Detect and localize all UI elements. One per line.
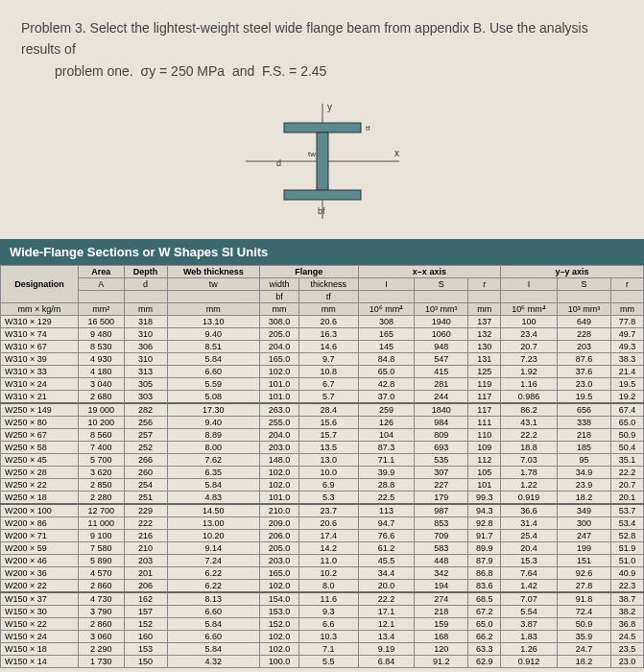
cell-rx: 94.3 bbox=[468, 504, 501, 517]
cell-d: W200 × 36 bbox=[1, 567, 79, 580]
unit-ry: mm bbox=[610, 303, 643, 316]
table-row: W250 × 8010 2002569.40255.015.6126984111… bbox=[1, 417, 644, 429]
cell-A: 4 180 bbox=[78, 366, 124, 378]
cell-Ix: 65.0 bbox=[358, 366, 415, 378]
cell-dep: 266 bbox=[124, 454, 167, 467]
cell-A: 3 790 bbox=[78, 606, 124, 618]
table-row: W310 × 394 9303105.84165.09.784.85471317… bbox=[1, 353, 644, 366]
cell-ry: 51.9 bbox=[610, 542, 643, 555]
cell-dep: 157 bbox=[124, 606, 167, 618]
hdr-Sy: S bbox=[558, 278, 611, 291]
hdr-thickness: thickness bbox=[298, 278, 358, 291]
cell-dep: 303 bbox=[124, 391, 167, 404]
svg-rect-3 bbox=[317, 132, 328, 190]
cell-d: W200 × 86 bbox=[1, 517, 79, 530]
cell-rx: 112 bbox=[468, 454, 501, 467]
cell-Sy: 338 bbox=[558, 417, 611, 429]
tw-label: tw bbox=[308, 150, 316, 158]
cell-tw: 8.13 bbox=[167, 592, 260, 606]
cell-Sx: 984 bbox=[415, 417, 468, 429]
cell-d: W150 × 37 bbox=[1, 592, 79, 606]
cell-d: W200 × 59 bbox=[1, 542, 79, 555]
cell-rx: 89.9 bbox=[468, 542, 501, 555]
cell-tf: 23.7 bbox=[298, 504, 358, 517]
cell-tf: 8.0 bbox=[298, 580, 358, 593]
cell-tw: 17.30 bbox=[167, 403, 260, 417]
cell-tf: 20.6 bbox=[298, 316, 358, 328]
cell-d: W250 × 22 bbox=[1, 479, 79, 492]
cell-tf: 6.9 bbox=[298, 479, 358, 492]
table-row: W200 × 10012 70022914.50210.023.71139879… bbox=[1, 504, 644, 517]
cell-tf: 28.4 bbox=[298, 403, 358, 417]
cell-tw: 6.60 bbox=[167, 606, 260, 618]
cell-dep: 282 bbox=[124, 403, 167, 417]
cell-Sx: 1060 bbox=[415, 328, 468, 341]
cell-Sy: 349 bbox=[558, 504, 611, 517]
cell-Sx: 809 bbox=[415, 429, 468, 442]
cell-A: 1 730 bbox=[78, 656, 124, 668]
cell-rx: 105 bbox=[468, 467, 501, 479]
cell-bf: 152.0 bbox=[260, 618, 299, 631]
table-row: W150 × 141 7301504.32100.05.56.8491.262.… bbox=[1, 656, 644, 668]
cell-Sy: 23.9 bbox=[558, 479, 611, 492]
cell-d: W310 × 129 bbox=[1, 316, 79, 328]
cell-Sy: 656 bbox=[558, 403, 611, 417]
cell-rx: 62.9 bbox=[468, 656, 501, 668]
unit-Sx: 10³ mm³ bbox=[415, 303, 468, 316]
cell-ry: 38.2 bbox=[610, 606, 643, 618]
cell-tf: 14.2 bbox=[298, 542, 358, 555]
cell-A: 8 560 bbox=[78, 429, 124, 442]
cell-Sx: 159 bbox=[415, 618, 468, 631]
cell-ry: 19.5 bbox=[610, 378, 643, 391]
cell-ry: 49.7 bbox=[610, 328, 643, 341]
cell-bf: 102.0 bbox=[260, 631, 299, 643]
cell-Sx: 274 bbox=[415, 592, 468, 606]
cell-tf: 5.3 bbox=[298, 492, 358, 505]
cell-tw: 7.24 bbox=[167, 555, 260, 567]
cell-A: 4 930 bbox=[78, 353, 124, 366]
cell-Sx: 179 bbox=[415, 492, 468, 505]
cell-Sx: 91.2 bbox=[415, 656, 468, 668]
unit-rx: mm bbox=[468, 303, 501, 316]
cell-tw: 8.89 bbox=[167, 429, 260, 442]
cell-A: 10 200 bbox=[78, 417, 124, 429]
cell-ry: 40.9 bbox=[610, 567, 643, 580]
cell-Sy: 37.6 bbox=[558, 366, 611, 378]
cell-A: 2 860 bbox=[78, 580, 124, 593]
cell-Sx: 281 bbox=[415, 378, 468, 391]
cell-A: 7 580 bbox=[78, 542, 124, 555]
cell-ry: 20.7 bbox=[610, 479, 643, 492]
cell-bf: 205.0 bbox=[260, 542, 299, 555]
svg-rect-2 bbox=[284, 123, 361, 132]
cell-Sx: 693 bbox=[415, 442, 468, 454]
cell-Sy: 218 bbox=[558, 429, 611, 442]
cell-rx: 83.6 bbox=[468, 580, 501, 593]
cell-rx: 101 bbox=[468, 479, 501, 492]
cell-bf: 100.0 bbox=[260, 656, 299, 668]
unit-Ix: 10⁶ mm⁴ bbox=[358, 303, 415, 316]
cell-Sy: 228 bbox=[558, 328, 611, 341]
cell-dep: 306 bbox=[124, 341, 167, 353]
cell-Sy: 649 bbox=[558, 316, 611, 328]
cell-d: W310 × 21 bbox=[1, 391, 79, 404]
cell-tw: 4.83 bbox=[167, 492, 260, 505]
cell-dep: 257 bbox=[124, 429, 167, 442]
cell-A: 5 890 bbox=[78, 555, 124, 567]
hdr-d: d bbox=[124, 278, 167, 291]
cell-ry: 38.3 bbox=[610, 353, 643, 366]
cell-bf: 101.0 bbox=[260, 492, 299, 505]
cell-A: 4 570 bbox=[78, 567, 124, 580]
cell-ry: 53.4 bbox=[610, 517, 643, 530]
cell-Ix: 6.84 bbox=[358, 656, 415, 668]
cell-Sy: 185 bbox=[558, 442, 611, 454]
cell-rx: 67.2 bbox=[468, 606, 501, 618]
cell-d: W250 × 28 bbox=[1, 467, 79, 479]
hdr-web-thickness: Web thickness bbox=[167, 266, 260, 278]
table-row: W250 × 182 2802514.83101.05.322.517999.3… bbox=[1, 492, 644, 505]
cell-bf: 102.0 bbox=[260, 467, 299, 479]
cell-ry: 38.7 bbox=[610, 592, 643, 606]
cell-tf: 13.5 bbox=[298, 442, 358, 454]
cell-Sx: 948 bbox=[415, 341, 468, 353]
cell-Sy: 35.9 bbox=[558, 631, 611, 643]
table-row: W310 × 334 1803136.60102.010.865.0415125… bbox=[1, 366, 644, 378]
